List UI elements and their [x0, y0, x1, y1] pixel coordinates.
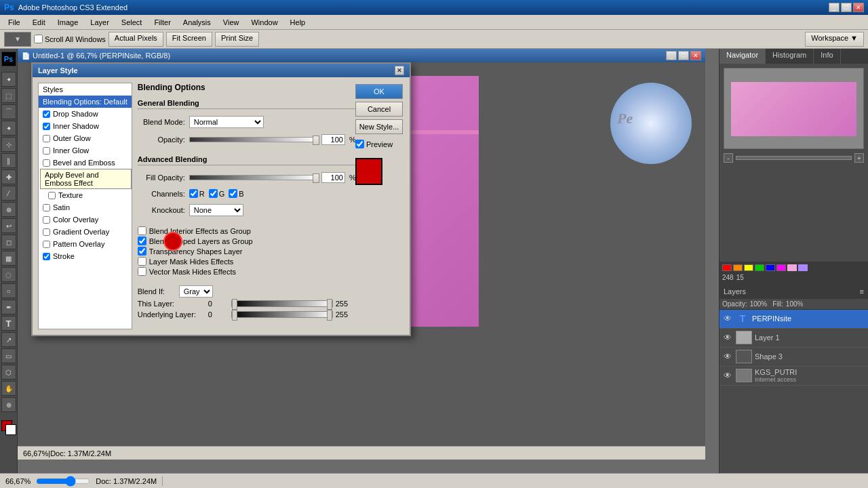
texture-item[interactable]: Texture: [39, 189, 132, 201]
move-tool[interactable]: ✦: [1, 72, 16, 87]
eye-icon-layer1[interactable]: 👁: [722, 332, 733, 343]
crop-tool[interactable]: ⊹: [1, 137, 16, 152]
underlying-left-thumb[interactable]: [232, 310, 237, 321]
menu-file[interactable]: File: [3, 17, 26, 28]
navigator-tab[interactable]: Navigator: [719, 49, 766, 64]
fit-screen-button[interactable]: Fit Screen: [166, 32, 212, 47]
inner-glow-item[interactable]: Inner Glow: [39, 144, 132, 157]
zoom-slider[interactable]: [736, 156, 852, 160]
swatch-red[interactable]: [722, 264, 732, 271]
pattern-overlay-checkbox[interactable]: [43, 241, 50, 248]
opacity-thumb[interactable]: [313, 136, 319, 145]
zoom-in-button[interactable]: +: [854, 153, 864, 163]
dodge-tool[interactable]: ○: [1, 283, 16, 298]
new-style-button[interactable]: New Style...: [355, 119, 403, 134]
zoom-tool[interactable]: ⊕: [1, 397, 16, 412]
menu-select[interactable]: Select: [116, 17, 148, 28]
color-overlay-item[interactable]: Color Overlay: [39, 214, 132, 226]
history-brush-tool[interactable]: ↩: [1, 218, 16, 233]
inner-shadow-checkbox[interactable]: [43, 123, 50, 130]
gradient-overlay-item[interactable]: Gradient Overlay: [39, 226, 132, 238]
swatch-blue[interactable]: [766, 264, 775, 271]
fill-opacity-slider[interactable]: [189, 175, 317, 180]
color-swatch[interactable]: [355, 158, 382, 185]
zoom-range-slider[interactable]: [36, 478, 90, 485]
eye-icon-kgs[interactable]: 👁: [722, 370, 733, 381]
blend-mode-select[interactable]: Normal: [189, 116, 264, 128]
swatch-orange[interactable]: [733, 264, 743, 271]
this-layer-right-thumb[interactable]: [327, 299, 332, 310]
opacity-slider[interactable]: [189, 137, 317, 142]
fill-opacity-thumb[interactable]: [313, 174, 319, 183]
gradient-tool[interactable]: ▦: [1, 251, 16, 266]
opacity-input[interactable]: [321, 134, 345, 145]
workspace-button[interactable]: Workspace ▼: [805, 32, 864, 47]
transparency-shapes-checkbox[interactable]: [138, 247, 146, 256]
drop-shadow-checkbox[interactable]: [43, 110, 50, 118]
color-overlay-checkbox[interactable]: [43, 216, 50, 224]
heal-tool[interactable]: ✚: [1, 169, 16, 184]
channel-g-label[interactable]: G: [209, 189, 225, 198]
swatch-magenta[interactable]: [776, 264, 786, 271]
3d-tool[interactable]: ⬡: [1, 365, 16, 380]
doc-minimize[interactable]: _: [666, 51, 677, 60]
layer-style-dialog[interactable]: Layer Style ✕ Styles Blending Options: D…: [31, 62, 411, 336]
doc-close[interactable]: ✕: [690, 51, 701, 60]
satin-checkbox[interactable]: [43, 204, 50, 211]
clone-tool[interactable]: ⊕: [1, 202, 16, 217]
menu-help[interactable]: Help: [285, 17, 311, 28]
eye-icon-shape3[interactable]: 👁: [722, 351, 733, 362]
info-tab[interactable]: Info: [814, 49, 840, 64]
channel-r-checkbox[interactable]: [189, 189, 198, 198]
satin-item[interactable]: Satin: [39, 201, 132, 214]
maximize-button[interactable]: □: [841, 3, 852, 12]
cancel-button[interactable]: Cancel: [355, 102, 403, 117]
channel-b-label[interactable]: B: [229, 189, 243, 198]
tool-selector[interactable]: ▼: [4, 32, 31, 47]
stroke-checkbox[interactable]: [43, 253, 50, 260]
ok-button[interactable]: OK: [355, 84, 403, 99]
close-button[interactable]: ✕: [853, 3, 864, 12]
dialog-close-button[interactable]: ✕: [395, 66, 404, 75]
actual-pixels-button[interactable]: Actual Pixels: [108, 32, 163, 47]
channel-g-checkbox[interactable]: [209, 189, 218, 198]
print-size-button[interactable]: Print Size: [215, 32, 259, 47]
blending-options-item[interactable]: Blending Options: Default: [39, 96, 132, 108]
outer-glow-item[interactable]: Outer Glow: [39, 132, 132, 144]
path-select-tool[interactable]: ↗: [1, 332, 16, 347]
scroll-all-windows-checkbox[interactable]: Scroll All Windows: [34, 35, 106, 43]
layers-options-icon[interactable]: ≡: [860, 287, 864, 296]
blend-clipped-checkbox[interactable]: [138, 237, 146, 245]
lasso-tool[interactable]: ⌒: [1, 104, 16, 119]
preview-checkbox[interactable]: [355, 140, 364, 148]
texture-checkbox[interactable]: [48, 192, 56, 199]
shape3-row[interactable]: 👁 Shape 3: [719, 348, 868, 367]
hand-tool[interactable]: ✋: [1, 381, 16, 396]
fill-opacity-input[interactable]: [321, 172, 345, 183]
menu-filter[interactable]: Filter: [149, 17, 176, 28]
channel-b-checkbox[interactable]: [229, 189, 237, 198]
swatch-green[interactable]: [755, 264, 764, 271]
scroll-all-windows-input[interactable]: [34, 35, 43, 43]
gradient-overlay-checkbox[interactable]: [43, 228, 50, 236]
swatch-yellow[interactable]: [744, 264, 753, 271]
swatch-pink[interactable]: [787, 264, 797, 271]
eraser-tool[interactable]: ◻: [1, 235, 16, 249]
layer-mask-checkbox[interactable]: [138, 257, 146, 266]
styles-header-item[interactable]: Styles: [39, 83, 132, 96]
vector-mask-checkbox[interactable]: [138, 267, 146, 276]
magic-wand-tool[interactable]: ✦: [1, 121, 16, 136]
doc-maximize[interactable]: □: [678, 51, 689, 60]
outer-glow-checkbox[interactable]: [43, 135, 50, 142]
zoom-out-button[interactable]: -: [724, 153, 733, 163]
menu-window[interactable]: Window: [245, 17, 283, 28]
layer-1-row[interactable]: 👁 Layer 1: [719, 329, 868, 348]
histogram-tab[interactable]: Histogram: [766, 49, 814, 64]
blend-interior-checkbox[interactable]: [138, 226, 146, 235]
menu-layer[interactable]: Layer: [85, 17, 115, 28]
kgs-putri-row[interactable]: 👁 KGS_PUTRI Internet access: [719, 367, 868, 386]
bevel-emboss-item[interactable]: Bevel and Emboss: [39, 157, 132, 169]
type-tool[interactable]: T: [1, 316, 16, 331]
blur-tool[interactable]: ◌: [1, 267, 16, 282]
shape-tool[interactable]: ▭: [1, 348, 16, 363]
